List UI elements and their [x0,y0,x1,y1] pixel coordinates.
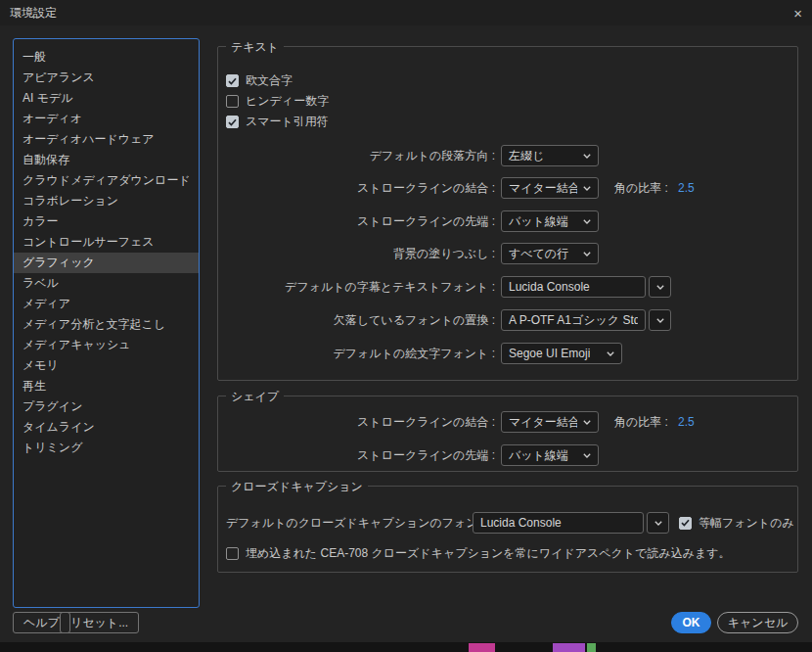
cc-font-field[interactable]: Lucida Console [473,512,644,534]
sidebar-item-audio[interactable]: オーディオ [14,109,199,129]
closed-captions-group-title: クローズドキャプション [226,479,368,495]
smart-quotes-label: スマート引用符 [246,114,329,130]
background-app-strip [0,642,812,652]
sidebar-item-auto-save[interactable]: 自動保存 [14,150,199,170]
emoji-font-label: デフォルトの絵文字フォント : [226,346,495,362]
sidebar-item-media[interactable]: メディア [14,294,199,314]
sidebar-item-appearance[interactable]: アピアランス [14,68,199,88]
background-fill-label: 背景の塗りつぶし : [226,246,495,262]
text-stroke-cap-dropdown[interactable]: バット線端 [501,210,599,232]
text-stroke-cap-row: ストロークラインの先端 : バット線端 [226,210,793,232]
chevron-down-icon [583,186,591,191]
text-stroke-join-row: ストロークラインの結合 : マイター結合 角の比率 : 2.5 [226,177,793,199]
shape-miter-ratio-label: 角の比率 : [614,414,668,431]
default-font-label: デフォルトの字幕とテキストフォント : [226,279,495,296]
sidebar-item-graphics[interactable]: グラフィック [14,253,199,273]
shape-group-title: シェイプ [226,389,284,405]
sidebar-item-plugins[interactable]: プラグイン [14,396,199,417]
chevron-down-icon [583,154,591,159]
chevron-down-icon [583,219,591,224]
sidebar-item-memory[interactable]: メモリ [14,355,199,376]
dialog-title: 環境設定 [10,5,57,22]
cc-font-row: デフォルトのクローズドキャプションのフォント : Lucida Console … [226,512,793,534]
smart-quotes-checkbox[interactable] [226,116,239,128]
emoji-font-dropdown[interactable]: Segoe UI Emoji [501,343,622,364]
latin-ligatures-label: 欧文合字 [246,72,293,89]
sidebar-item-color[interactable]: カラー [14,211,199,232]
monospace-only-checkbox[interactable] [679,517,692,530]
monospace-only-row: 等幅フォントのみ [679,515,794,532]
dialog-titlebar: 環境設定 × [0,0,812,25]
hindi-digits-label: ヒンディー数字 [246,93,329,110]
hindi-digits-checkbox[interactable] [226,95,239,108]
smart-quotes-row: スマート引用符 [226,112,329,132]
chevron-down-icon [656,318,664,323]
cc-font-label: デフォルトのクローズドキャプションのフォント : [226,515,467,532]
sidebar-item-playback[interactable]: 再生 [14,376,199,396]
background-fill-dropdown[interactable]: すべての行 [501,243,599,264]
sidebar-item-ai-models[interactable]: AI モデル [14,88,199,109]
sidebar-item-media-analysis[interactable]: メディア分析と文字起こし [14,314,199,335]
hindi-digits-row: ヒンディー数字 [226,91,329,112]
sidebar-item-labels[interactable]: ラベル [14,273,199,294]
missing-font-row: 欠落しているフォントの置換 : A P-OTF A1ゴシック Std L [226,309,793,331]
preferences-category-list: 一般 アピアランス AI モデル オーディオ オーディオハードウェア 自動保存 … [13,38,200,608]
cc-font-dropdown-button[interactable] [647,512,669,534]
chevron-down-icon [654,521,662,526]
latin-ligatures-row: 欧文合字 [226,70,293,91]
sidebar-item-audio-hardware[interactable]: オーディオハードウェア [14,129,199,150]
paragraph-direction-row: デフォルトの段落方向 : 左綴じ [226,145,793,166]
shape-stroke-join-dropdown[interactable]: マイター結合 [501,411,599,433]
cancel-button[interactable]: キャンセル [717,612,798,633]
shape-stroke-join-label: ストロークラインの結合 : [226,414,495,431]
latin-ligatures-checkbox[interactable] [226,74,239,87]
sidebar-item-control-surface[interactable]: コントロールサーフェス [14,232,199,253]
chevron-down-icon [583,453,591,458]
default-font-dropdown-button[interactable] [649,276,671,298]
missing-font-field[interactable]: A P-OTF A1ゴシック Std L [501,309,646,331]
sidebar-item-trimming[interactable]: トリミング [14,438,199,458]
emoji-font-row: デフォルトの絵文字フォント : Segoe UI Emoji [226,343,793,364]
background-artifact [587,643,596,652]
chevron-down-icon [607,351,614,356]
ok-button[interactable]: OK [671,612,711,633]
reset-button[interactable]: リセット... [60,612,139,633]
chevron-down-icon [656,285,664,290]
background-fill-row: 背景の塗りつぶし : すべての行 [226,243,793,264]
chevron-down-icon [583,252,591,256]
paragraph-direction-label: デフォルトの段落方向 : [226,148,495,164]
paragraph-direction-dropdown[interactable]: 左綴じ [501,145,599,166]
shape-stroke-cap-label: ストロークラインの先端 : [226,447,495,464]
text-stroke-cap-label: ストロークラインの先端 : [226,213,495,230]
chevron-down-icon [583,420,591,425]
shape-miter-ratio-value[interactable]: 2.5 [678,415,695,429]
missing-font-dropdown-button[interactable] [649,309,671,331]
closed-captions-group: クローズドキャプション デフォルトのクローズドキャプションのフォント : Luc… [217,486,798,573]
sidebar-item-timeline[interactable]: タイムライン [14,417,199,438]
sidebar-item-collaboration[interactable]: コラボレーション [14,191,199,211]
background-artifact [553,643,585,652]
shape-group: シェイプ ストロークラインの結合 : マイター結合 角の比率 : 2.5 ストロ… [217,396,798,472]
sidebar-item-general[interactable]: 一般 [14,47,199,68]
text-stroke-join-label: ストロークラインの結合 : [226,180,495,197]
shape-stroke-cap-dropdown[interactable]: バット線端 [501,444,599,466]
cea708-wide-checkbox[interactable] [226,547,239,560]
cea708-wide-row: 埋め込まれた CEA-708 クローズドキャプションを常にワイドアスペクトで読み… [226,543,731,564]
text-group-title: テキスト [226,39,284,56]
background-artifact [469,643,495,652]
sidebar-item-media-cache[interactable]: メディアキャッシュ [14,335,199,355]
shape-stroke-join-row: ストロークラインの結合 : マイター結合 角の比率 : 2.5 [226,411,793,433]
text-stroke-join-dropdown[interactable]: マイター結合 [501,177,599,199]
monospace-only-label: 等幅フォントのみ [699,515,794,532]
close-icon[interactable]: × [793,6,802,21]
shape-stroke-cap-row: ストロークラインの先端 : バット線端 [226,444,793,466]
missing-font-label: 欠落しているフォントの置換 : [226,312,495,329]
default-font-field[interactable]: Lucida Console [501,276,646,298]
text-miter-ratio-label: 角の比率 : [614,180,668,197]
text-miter-ratio-value[interactable]: 2.5 [678,181,695,195]
text-group: テキスト 欧文合字 ヒンディー数字 スマート引用符 デフォルトの段落方向 : 左… [217,46,798,381]
sidebar-item-cloud-media-download[interactable]: クラウドメディアダウンロード [14,170,199,191]
default-font-row: デフォルトの字幕とテキストフォント : Lucida Console [226,276,793,298]
cea708-wide-label: 埋め込まれた CEA-708 クローズドキャプションを常にワイドアスペクトで読み… [246,545,731,562]
